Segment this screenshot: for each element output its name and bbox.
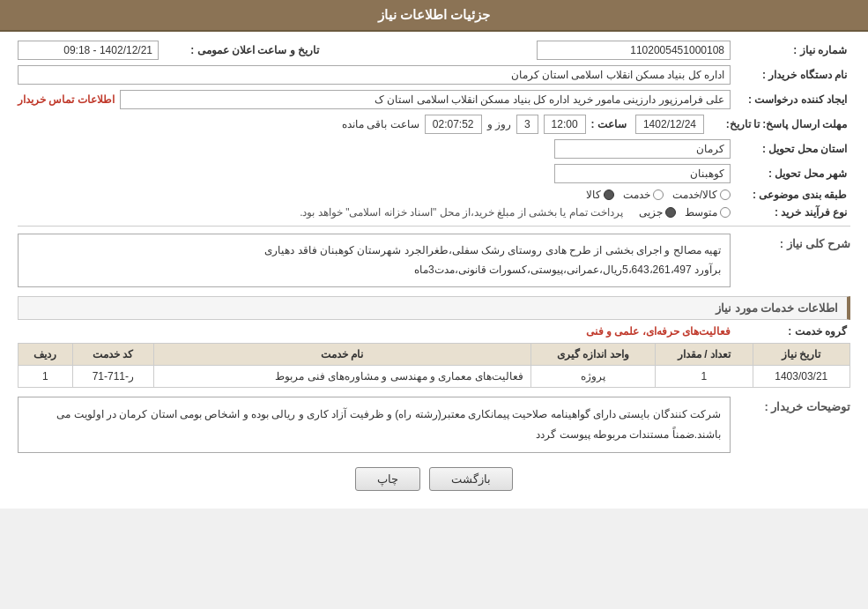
print-button[interactable]: چاپ <box>355 467 420 491</box>
services-table: تاریخ نیاز تعداد / مقدار واحد اندازه گیر… <box>18 343 850 388</box>
radio-jozi <box>665 207 676 218</box>
row-group: گروه خدمت : فعالیت‌های حرفه‌ای، علمی و ف… <box>18 325 850 338</box>
category-options: کالا/خدمت خدمت کالا <box>586 189 731 201</box>
announce-date-label: تاریخ و ساعت اعلان عمومی : <box>164 44 323 56</box>
row-requester: ایجاد کننده درخواست : علی فرامرزپور دارز… <box>18 90 850 109</box>
cell-quantity: 1 <box>656 366 753 388</box>
deadline-remaining: 02:07:52 <box>425 115 482 134</box>
radio-kala <box>604 189 614 200</box>
row-deadline: مهلت ارسال پاسخ: تا تاریخ: 1402/12/24 سا… <box>18 115 850 134</box>
requester-value: علی فرامرزپور دارزینی مامور خرید اداره ک… <box>120 90 731 109</box>
process-label-motavasset: متوسط <box>685 206 717 219</box>
process-options: متوسط جزیی پرداخت تمام یا بخشی از مبلغ خ… <box>300 206 731 219</box>
bottom-buttons: بازگشت چاپ <box>18 467 850 491</box>
table-header-row: تاریخ نیاز تعداد / مقدار واحد اندازه گیر… <box>19 344 850 366</box>
category-label: طبقه بندی موضوعی : <box>736 189 850 201</box>
deadline-days-label: ساعت باقی مانده <box>342 118 419 130</box>
description-value: تهیه مصالح و اجرای بخشی از طرح هادی روست… <box>18 234 731 287</box>
row-city: شهر محل تحویل : کوهبنان <box>18 164 850 183</box>
row-province: استان محل تحویل : کرمان <box>18 139 850 159</box>
buyer-org-value: اداره کل بنیاد مسکن انقلاب اسلامی استان … <box>18 65 731 85</box>
cell-date: 1403/03/21 <box>753 366 849 388</box>
divider-1 <box>18 226 850 227</box>
province-label: استان محل تحویل : <box>736 143 850 155</box>
radio-motavasset <box>720 207 731 218</box>
deadline-date: 1402/12/24 <box>635 115 704 134</box>
category-option-kala-khedmat[interactable]: کالا/خدمت <box>672 189 731 201</box>
col-header-quantity: تعداد / مقدار <box>656 344 753 366</box>
category-label-kala-khedmat: کالا/خدمت <box>672 189 717 201</box>
cell-row: 1 <box>19 366 73 388</box>
deadline-time: 12:00 <box>544 115 586 134</box>
category-label-kala: کالا <box>586 189 601 201</box>
row-buyer-org: نام دستگاه خریدار : اداره کل بنیاد مسکن … <box>18 65 850 85</box>
col-header-date: تاریخ نیاز <box>753 344 849 366</box>
process-label: نوع فرآیند خرید : <box>736 206 850 219</box>
col-header-row: ردیف <box>19 344 73 366</box>
description-label: شرح کلی نیاز : <box>736 234 850 250</box>
category-option-khedmat[interactable]: خدمت <box>623 189 664 201</box>
process-option-jozi[interactable]: جزیی <box>639 206 676 219</box>
services-section-header: اطلاعات خدمات مورد نیاز <box>18 296 850 320</box>
need-number-value: 1102005451000108 <box>537 41 731 60</box>
col-header-code: کد خدمت <box>72 344 153 366</box>
col-header-unit: واحد اندازه گیری <box>530 344 655 366</box>
back-button[interactable]: بازگشت <box>429 467 513 491</box>
deadline-label: مهلت ارسال پاسخ: تا تاریخ: <box>709 118 850 130</box>
city-value: کوهبنان <box>554 164 731 183</box>
process-label-jozi: جزیی <box>639 206 663 219</box>
table-row: 1403/03/21 1 پروژه فعالیت‌های معماری و م… <box>19 366 850 388</box>
radio-khedmat <box>653 189 664 200</box>
cell-code: ر-711-71 <box>72 366 153 388</box>
row-description: شرح کلی نیاز : تهیه مصالح و اجرای بخشی ا… <box>18 234 850 287</box>
content-area: شماره نیاز : 1102005451000108 تاریخ و سا… <box>0 32 868 509</box>
city-label: شهر محل تحویل : <box>736 167 850 180</box>
row-process: نوع فرآیند خرید : متوسط جزیی پرداخت تمام… <box>18 206 850 219</box>
deadline-days: 3 <box>516 115 538 134</box>
province-value: کرمان <box>554 139 731 159</box>
announce-date-value: 1402/12/21 - 09:18 <box>18 41 159 60</box>
group-value[interactable]: فعالیت‌های حرفه‌ای، علمی و فنی <box>586 325 731 338</box>
category-option-kala[interactable]: کالا <box>586 189 614 201</box>
col-header-name: نام خدمت <box>153 344 530 366</box>
category-label-khedmat: خدمت <box>623 189 650 201</box>
need-number-label: شماره نیاز : <box>736 44 850 56</box>
requester-link[interactable]: اطلاعات تماس خریدار <box>18 93 115 106</box>
process-option-motavasset[interactable]: متوسط <box>685 206 731 219</box>
requester-label: ایجاد کننده درخواست : <box>736 93 850 106</box>
deadline-hour-label: ساعت : <box>591 118 630 130</box>
main-container: جزئیات اطلاعات نیاز شماره نیاز : 1102005… <box>0 0 868 509</box>
deadline-and-label: روز و <box>487 118 511 130</box>
cell-unit: پروژه <box>530 366 655 388</box>
cell-name: فعالیت‌های معماری و مهندسی و مشاوره‌های … <box>153 366 530 388</box>
row-notes: توضیحات خریدار : شرکت کنندگان بایستی دار… <box>18 397 850 453</box>
notes-label: توضیحات خریدار : <box>736 397 850 413</box>
process-note: پرداخت تمام یا بخشی از مبلغ خرید،از محل … <box>300 206 623 219</box>
radio-kala-khedmat <box>720 189 731 200</box>
notes-value: شرکت کنندگان بایستی دارای گواهینامه صلاح… <box>18 397 731 453</box>
group-label: گروه خدمت : <box>736 325 850 338</box>
row-need-number: شماره نیاز : 1102005451000108 تاریخ و سا… <box>18 41 850 60</box>
page-title: جزئیات اطلاعات نیاز <box>0 0 868 32</box>
buyer-org-label: نام دستگاه خریدار : <box>736 69 850 81</box>
row-category: طبقه بندی موضوعی : کالا/خدمت خدمت کالا <box>18 189 850 201</box>
